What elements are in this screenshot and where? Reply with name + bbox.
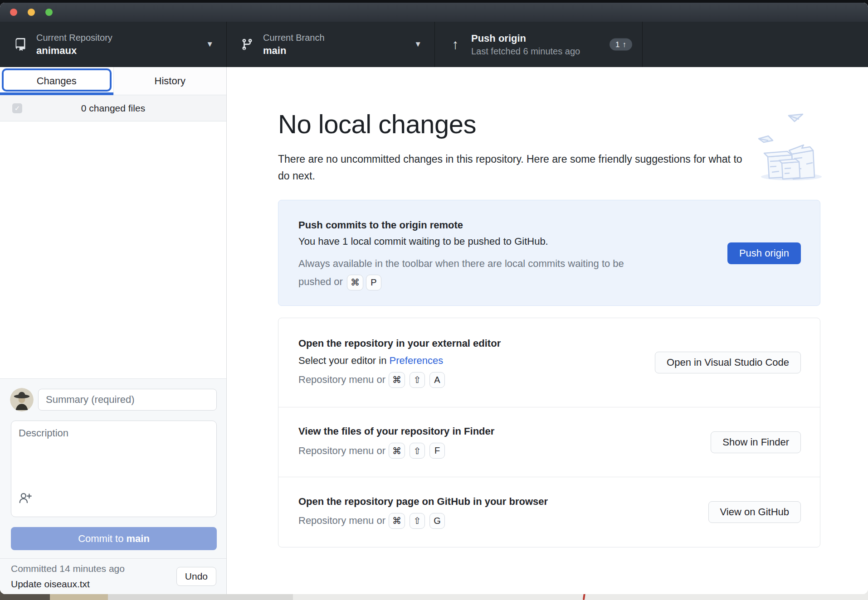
cmd-key: ⌘ (347, 275, 363, 290)
cmd-key: ⌘ (389, 372, 405, 388)
last-fetched-text: Last fetched 6 minutes ago (471, 46, 580, 57)
changed-files-header: 0 changed files ✓ (0, 95, 226, 121)
current-repository-dropdown[interactable]: Current Repository animaux ▼ (0, 22, 227, 67)
commit-button-prefix: Commit to (78, 533, 123, 545)
repo-icon (14, 38, 27, 51)
last-commit-banner: Committed 14 minutes ago Update oiseaux.… (0, 558, 226, 594)
suggestion-hint: Repository menu or ⌘⇧A (298, 372, 501, 388)
committed-message-text: Update oiseaux.txt (11, 579, 90, 590)
page-title: No local changes (278, 109, 476, 139)
suggestion-title: View the files of your repository in Fin… (298, 426, 494, 437)
a-key: A (429, 372, 445, 388)
minimize-window-button[interactable] (28, 9, 35, 16)
tab-changes[interactable]: Changes (0, 67, 113, 95)
commit-form: Commit to main (0, 378, 226, 558)
arrow-up-icon: ↑ (623, 40, 627, 49)
suggestion-subtitle: Select your editor in Preferences (298, 355, 501, 367)
tab-history-label: History (155, 75, 185, 87)
ahead-commits-badge: 1 ↑ (610, 39, 632, 51)
changed-files-count: 0 changed files (0, 103, 226, 114)
subtitle-text: Select your editor in (298, 355, 390, 366)
push-origin-toolbar-button[interactable]: ↑ Push origin Last fetched 6 minutes ago… (435, 22, 643, 67)
shift-key: ⇧ (410, 513, 425, 529)
commit-button[interactable]: Commit to main (11, 527, 217, 550)
undo-button[interactable]: Undo (176, 567, 216, 586)
external-editor-suggestion: Open the repository in your external edi… (278, 318, 820, 407)
summary-input[interactable] (38, 389, 217, 411)
p-key: P (366, 275, 381, 290)
empty-state-illustration (753, 103, 868, 196)
push-origin-button[interactable]: Push origin (727, 242, 801, 264)
suggestions-card: Open the repository in your external edi… (278, 318, 820, 547)
toolbar: Current Repository animaux ▼ Current Bra… (0, 22, 868, 67)
toolbar-spacer (643, 22, 868, 67)
chevron-down-icon: ▼ (206, 40, 214, 49)
current-repository-name: animaux (36, 45, 112, 57)
suggestion-title: Open the repository in your external edi… (298, 338, 501, 349)
ahead-count: 1 (615, 40, 619, 49)
suggestion-title: Push commits to the origin remote (298, 219, 820, 231)
description-input[interactable] (11, 421, 217, 517)
sidebar: Changes History 0 changed files ✓ (0, 67, 227, 594)
finder-suggestion: View the files of your repository in Fin… (278, 407, 820, 477)
avatar (10, 388, 34, 411)
titlebar (0, 3, 868, 22)
current-branch-name: main (263, 45, 325, 57)
main-content: No local changes There are no uncommitte… (227, 67, 868, 594)
suggestion-hint: Repository menu or ⌘⇧F (298, 443, 494, 459)
page-intro: There are no uncommitted changes in this… (278, 151, 750, 184)
hint-text: Repository menu or (298, 374, 385, 386)
arrow-up-icon: ↑ (449, 38, 462, 51)
view-on-github-button[interactable]: View on GitHub (708, 501, 801, 523)
f-key: F (429, 443, 445, 459)
sidebar-tabs: Changes History (0, 67, 226, 95)
zoom-window-button[interactable] (45, 9, 53, 16)
current-branch-dropdown[interactable]: Current Branch main ▼ (227, 22, 435, 67)
cmd-key: ⌘ (389, 513, 405, 529)
show-in-finder-button[interactable]: Show in Finder (711, 431, 801, 453)
preferences-link[interactable]: Preferences (390, 355, 444, 366)
github-desktop-window: Current Repository animaux ▼ Current Bra… (0, 3, 868, 594)
tab-history[interactable]: History (113, 67, 227, 95)
current-repository-label: Current Repository (36, 33, 112, 43)
tab-changes-label: Changes (37, 75, 77, 87)
github-browser-suggestion: Open the repository page on GitHub in yo… (278, 477, 820, 547)
committed-time-text: Committed 14 minutes ago (11, 563, 125, 574)
hint-text: Repository menu or (298, 445, 385, 457)
git-branch-icon (240, 38, 254, 51)
hint-text: Repository menu or (298, 515, 385, 527)
suggestion-title: Open the repository page on GitHub in yo… (298, 496, 548, 508)
push-suggestion-card: Push commits to the origin remote You ha… (278, 200, 820, 306)
suggestion-hint: Always available in the toolbar when the… (298, 255, 652, 291)
add-co-author-icon[interactable] (18, 491, 32, 507)
g-key: G (429, 513, 445, 529)
chevron-down-icon: ▼ (414, 40, 422, 49)
push-origin-title: Push origin (471, 33, 580, 44)
close-window-button[interactable] (10, 9, 17, 16)
open-in-vscode-button[interactable]: Open in Visual Studio Code (655, 352, 801, 373)
suggestion-hint: Repository menu or ⌘⇧G (298, 513, 548, 529)
shift-key: ⇧ (410, 372, 425, 388)
commit-button-branch: main (127, 533, 150, 545)
cmd-key: ⌘ (389, 443, 405, 459)
shift-key: ⇧ (410, 443, 425, 459)
current-branch-label: Current Branch (263, 33, 325, 43)
